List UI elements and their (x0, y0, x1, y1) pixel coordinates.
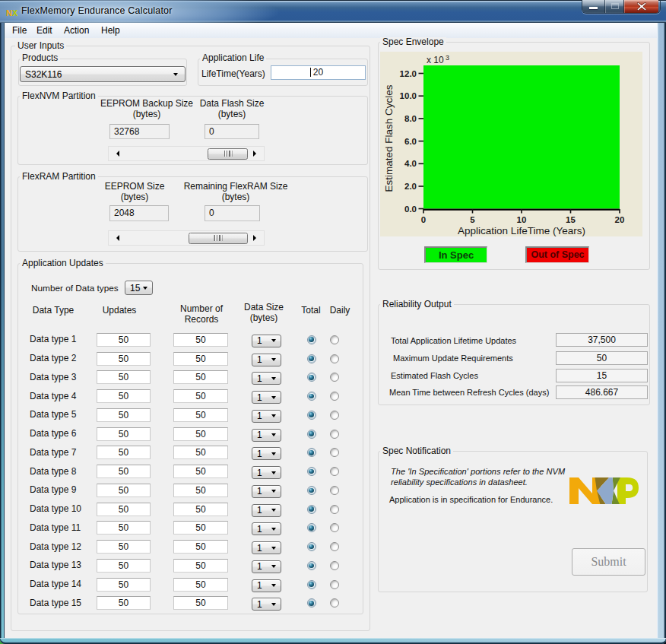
svg-text:2.0: 2.0 (404, 182, 417, 191)
svg-text:4.0: 4.0 (404, 159, 417, 168)
svg-text:10.0: 10.0 (400, 91, 417, 100)
svg-text:Estimated Flash Cycles: Estimated Flash Cycles (383, 84, 395, 192)
svg-text:3: 3 (446, 54, 449, 62)
svg-text:N: N (6, 8, 12, 17)
svg-text:x 10: x 10 (427, 55, 444, 65)
svg-text:5: 5 (470, 215, 475, 224)
svg-text:0: 0 (421, 215, 426, 224)
svg-text:X: X (12, 8, 18, 17)
svg-text:10: 10 (517, 215, 527, 224)
svg-text:0.0: 0.0 (404, 205, 417, 214)
svg-text:Application LifeTime (Years): Application LifeTime (Years) (458, 225, 585, 236)
svg-text:12.0: 12.0 (400, 69, 417, 78)
svg-text:8.0: 8.0 (404, 114, 417, 123)
svg-text:15: 15 (566, 215, 576, 224)
svg-text:6.0: 6.0 (404, 137, 417, 146)
svg-text:20: 20 (615, 215, 625, 224)
